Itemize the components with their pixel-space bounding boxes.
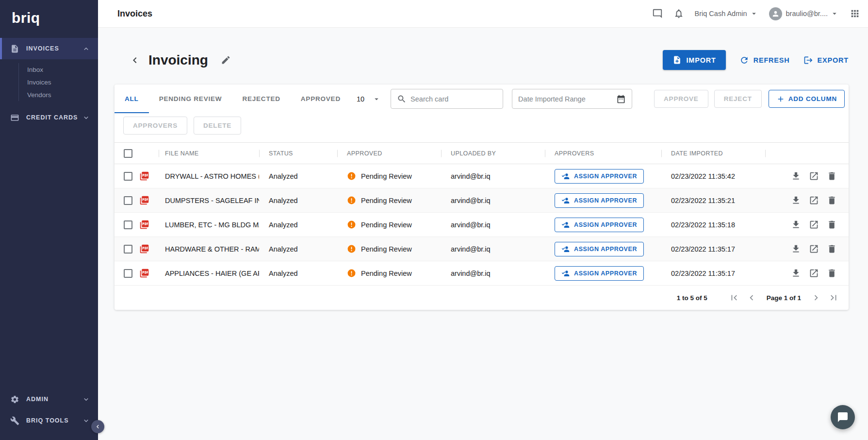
person-add-icon (561, 245, 570, 254)
assign-approver-button[interactable]: ASSIGN APPROVER (555, 193, 644, 208)
pagination-controls: Page 1 of 1 (729, 292, 839, 303)
sidebar-item-inbox[interactable]: Inbox (19, 63, 98, 76)
search-box (391, 89, 503, 109)
tab-approved[interactable]: APPROVED (291, 85, 351, 113)
next-page-icon[interactable] (811, 292, 821, 303)
approve-button[interactable]: APPROVE (654, 90, 708, 108)
sidebar-nav: INVOICES Inbox Invoices Vendors CREDIT C… (0, 38, 98, 128)
open-icon[interactable] (809, 244, 819, 254)
file-name[interactable]: LUMBER, ETC - MG BLDG MATE (159, 213, 259, 237)
add-column-button[interactable]: ADD COLUMN (769, 90, 845, 108)
download-icon[interactable] (791, 195, 801, 205)
select-all-checkbox[interactable] (124, 149, 132, 158)
chat-launcher[interactable] (831, 405, 855, 429)
assign-approver-button[interactable]: ASSIGN APPROVER (555, 242, 644, 256)
last-page-icon[interactable] (828, 292, 839, 303)
approved-state: Pending Review (361, 172, 412, 180)
column-header-approved[interactable]: APPROVED (337, 143, 441, 164)
tab-all[interactable]: ALL (115, 85, 149, 113)
download-icon[interactable] (791, 268, 801, 278)
search-input[interactable] (410, 95, 497, 103)
assign-approver-label: ASSIGN APPROVER (574, 173, 637, 180)
first-page-icon[interactable] (729, 292, 739, 303)
account-name: Briq Cash Admin (695, 10, 747, 17)
column-header-date-imported[interactable]: DATE IMPORTED (661, 143, 765, 164)
table-header: FILE NAME STATUS APPROVED UPLOADED BY AP… (115, 143, 849, 164)
sidebar-item-invoices[interactable]: INVOICES (0, 38, 98, 59)
invoice-icon (10, 44, 19, 53)
open-icon[interactable] (809, 268, 819, 278)
edit-pencil-icon[interactable] (221, 55, 231, 65)
sidebar-item-credit-cards[interactable]: CREDIT CARDS (0, 107, 98, 128)
file-name[interactable]: DUMPSTERS - SAGELEAF INVO (159, 188, 259, 212)
row-checkbox[interactable] (124, 172, 132, 181)
assign-approver-button[interactable]: ASSIGN APPROVER (555, 218, 644, 232)
invoices-subnav: Inbox Invoices Vendors (18, 63, 98, 101)
brand-logo: briq (0, 0, 98, 34)
delete-icon[interactable] (827, 244, 837, 254)
download-icon[interactable] (791, 171, 801, 181)
column-header-status[interactable]: STATUS (259, 143, 337, 164)
row-checkbox[interactable] (124, 220, 132, 229)
caret-down-icon (830, 9, 839, 18)
open-icon[interactable] (809, 220, 819, 230)
sidebar-item-admin[interactable]: ADMIN (0, 389, 98, 410)
column-header-uploaded-by[interactable]: UPLOADED BY (441, 143, 545, 164)
chat-icon[interactable] (652, 8, 663, 19)
topbar: Invoices Briq Cash Admin braulio@br.... (98, 0, 868, 28)
sidebar-collapse-button[interactable] (91, 420, 104, 433)
row-checkbox[interactable] (124, 269, 132, 278)
column-header-file-name[interactable]: FILE NAME (159, 143, 259, 164)
refresh-button[interactable]: REFRESH (739, 55, 790, 65)
row-checkbox[interactable] (124, 196, 132, 205)
notifications-bell-icon[interactable] (673, 8, 684, 19)
approvers-button[interactable]: APPROVERS (123, 117, 187, 135)
delete-button[interactable]: DELETE (194, 117, 241, 135)
file-name[interactable]: HARDWARE & OTHER - RAM TC (159, 237, 259, 261)
file-name[interactable]: APPLIANCES - HAIER (GE APPL (159, 261, 259, 285)
sidebar-item-invoices-list[interactable]: Invoices (19, 76, 98, 88)
sidebar-bottom-nav: ADMIN BRIQ TOOLS (0, 389, 98, 431)
apps-grid-icon[interactable] (850, 8, 860, 19)
assign-approver-button[interactable]: ASSIGN APPROVER (555, 266, 644, 281)
pdf-icon (139, 195, 149, 205)
user-email: braulio@br.... (786, 10, 828, 17)
calendar-icon[interactable] (616, 94, 626, 104)
previous-page-icon[interactable] (746, 292, 757, 303)
delete-icon[interactable] (827, 195, 837, 205)
delete-icon[interactable] (827, 268, 837, 278)
row-checkbox[interactable] (124, 245, 132, 254)
page-header: Invoicing IMPORT REFRESH EXPORT (129, 50, 849, 70)
delete-icon[interactable] (827, 171, 837, 181)
sidebar-item-vendors[interactable]: Vendors (19, 88, 98, 101)
pdf-icon (139, 171, 149, 181)
person-add-icon (561, 220, 570, 229)
date-range-box (512, 89, 632, 109)
credit-card-icon (10, 113, 19, 122)
refresh-icon (739, 55, 749, 65)
date-range-input[interactable] (518, 95, 612, 103)
download-icon[interactable] (791, 220, 801, 230)
sidebar-item-briq-tools[interactable]: BRIQ TOOLS (0, 410, 98, 431)
open-icon[interactable] (809, 195, 819, 205)
delete-icon[interactable] (827, 220, 837, 230)
download-icon[interactable] (791, 244, 801, 254)
file-name[interactable]: DRYWALL - ASTRO HOMES (G7 (159, 164, 259, 188)
account-menu[interactable]: Briq Cash Admin (695, 9, 758, 18)
file-add-icon (672, 55, 682, 65)
person-add-icon (561, 196, 570, 205)
import-button[interactable]: IMPORT (663, 50, 726, 70)
assign-approver-label: ASSIGN APPROVER (574, 270, 637, 277)
user-menu[interactable]: braulio@br.... (769, 7, 839, 20)
assign-approver-button[interactable]: ASSIGN APPROVER (555, 169, 644, 184)
tab-pending-review[interactable]: PENDING REVIEW (149, 85, 232, 113)
pdf-icon (139, 268, 149, 278)
tab-rejected[interactable]: REJECTED (232, 85, 290, 113)
reject-button[interactable]: REJECT (714, 90, 762, 108)
export-button[interactable]: EXPORT (803, 55, 849, 65)
person-icon (771, 10, 780, 18)
back-arrow-icon[interactable] (129, 54, 141, 66)
open-icon[interactable] (809, 171, 819, 181)
page-size-select[interactable]: 10 (357, 95, 381, 103)
column-header-approvers[interactable]: APPROVERS (545, 143, 661, 164)
